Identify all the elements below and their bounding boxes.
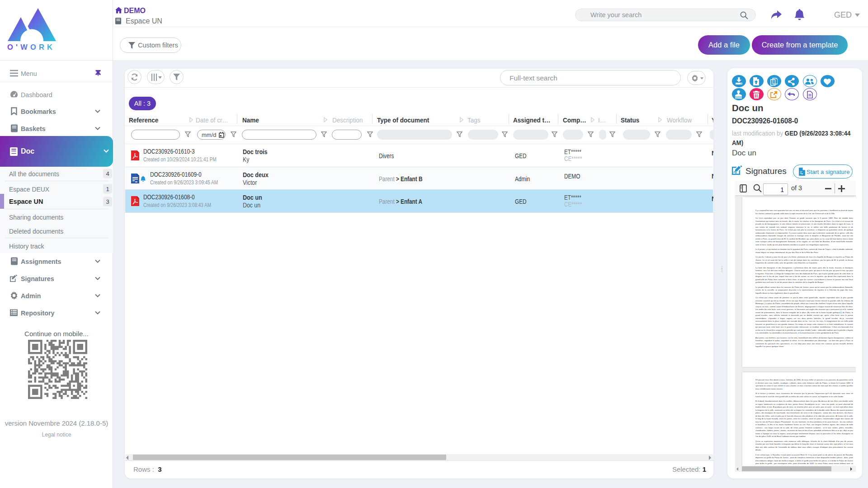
svg-text:w: w: [135, 180, 137, 183]
svg-text:O'WORK: O'WORK: [7, 43, 55, 51]
